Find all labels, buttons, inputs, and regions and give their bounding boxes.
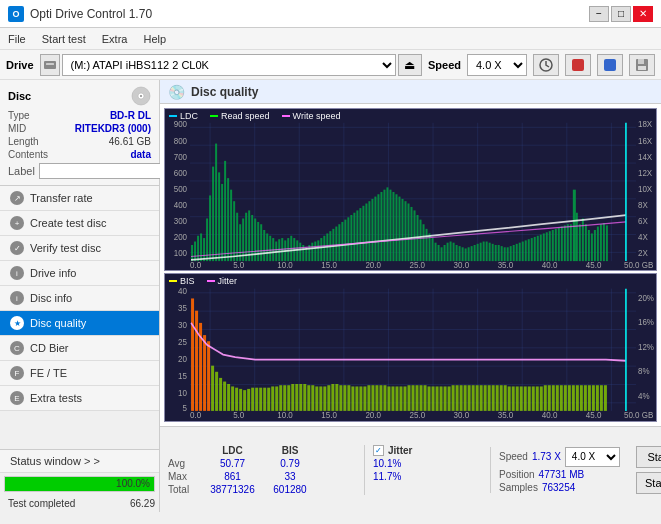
stats-bar: LDC BIS Avg 50.77 0.79 Max 861 33 Total xyxy=(160,426,661,512)
sidebar-item-label: FE / TE xyxy=(30,367,67,379)
svg-rect-140 xyxy=(486,242,488,262)
avg-label: Avg xyxy=(168,458,200,469)
start-part-button[interactable]: Start part xyxy=(636,472,661,494)
svg-rect-104 xyxy=(377,194,379,261)
svg-rect-291 xyxy=(524,387,527,411)
svg-rect-171 xyxy=(579,224,581,261)
drive-icon xyxy=(40,54,60,76)
sidebar-item-create-test-disc[interactable]: + Create test disc xyxy=(0,211,159,236)
svg-rect-165 xyxy=(561,227,563,262)
max-bis: 33 xyxy=(265,471,315,482)
svg-rect-142 xyxy=(492,244,494,261)
status-window-button[interactable]: Status window > > xyxy=(0,450,159,473)
svg-rect-86 xyxy=(323,236,325,261)
drive-select[interactable]: (M:) ATAPI iHBS112 2 CL0K xyxy=(62,54,396,76)
svg-rect-147 xyxy=(507,247,509,261)
toolbar-btn-3[interactable] xyxy=(597,54,623,76)
svg-rect-98 xyxy=(359,208,361,261)
svg-rect-113 xyxy=(404,201,406,261)
svg-rect-281 xyxy=(484,386,487,412)
start-full-button[interactable]: Start full xyxy=(636,446,661,468)
svg-rect-251 xyxy=(363,387,366,411)
svg-rect-306 xyxy=(584,386,587,412)
svg-text:600: 600 xyxy=(174,167,188,178)
svg-rect-3 xyxy=(572,59,584,71)
svg-text:16X: 16X xyxy=(638,135,652,146)
jitter-header-row: ✓ Jitter xyxy=(373,445,474,456)
speed-label: Speed xyxy=(428,59,461,71)
svg-rect-84 xyxy=(317,240,319,261)
sidebar-item-verify-test-disc[interactable]: ✓ Verify test disc xyxy=(0,236,159,261)
menu-start-test[interactable]: Start test xyxy=(34,28,94,49)
svg-rect-265 xyxy=(420,386,423,412)
svg-text:15.0: 15.0 xyxy=(321,410,337,421)
svg-rect-271 xyxy=(444,387,447,411)
extra-tests-icon: E xyxy=(10,391,24,405)
svg-rect-61 xyxy=(248,210,250,261)
disc-quality-header: 💿 Disc quality xyxy=(160,80,661,104)
toolbar-btn-1[interactable] xyxy=(533,54,559,76)
svg-text:20.0: 20.0 xyxy=(365,410,381,421)
svg-rect-308 xyxy=(592,386,595,412)
disc-label-input[interactable] xyxy=(39,163,172,179)
svg-rect-268 xyxy=(432,387,435,411)
sidebar-item-transfer-rate[interactable]: ↗ Transfer rate xyxy=(0,186,159,211)
svg-point-10 xyxy=(140,95,142,97)
sidebar-item-cd-bier[interactable]: C CD Bier xyxy=(0,336,159,361)
maximize-button[interactable]: □ xyxy=(611,6,631,22)
svg-text:30: 30 xyxy=(178,319,187,330)
menu-help[interactable]: Help xyxy=(135,28,174,49)
svg-text:0.0: 0.0 xyxy=(190,410,201,421)
svg-rect-212 xyxy=(207,342,210,412)
svg-rect-135 xyxy=(471,246,473,261)
drivebar: Drive (M:) ATAPI iHBS112 2 CL0K ⏏ Speed … xyxy=(0,50,661,80)
disc-contents-label: Contents xyxy=(8,149,48,160)
svg-rect-287 xyxy=(508,387,511,411)
sidebar-status: Status window > > 100.0% Test completed … xyxy=(0,449,159,512)
max-jitter: 11.7% xyxy=(373,471,474,482)
disc-info-icon: i xyxy=(10,291,24,305)
window-title: Opti Drive Control 1.70 xyxy=(30,7,152,21)
svg-rect-157 xyxy=(537,236,539,261)
minimize-button[interactable]: − xyxy=(589,6,609,22)
svg-rect-12 xyxy=(190,123,636,261)
sidebar-item-disc-info[interactable]: i Disc info xyxy=(0,286,159,311)
svg-rect-236 xyxy=(303,384,306,411)
chart-bis: BIS Jitter xyxy=(164,273,657,422)
menu-extra[interactable]: Extra xyxy=(94,28,136,49)
toolbar-btn-save[interactable] xyxy=(629,54,655,76)
disc-quality-title: Disc quality xyxy=(191,85,258,99)
jitter-checkbox[interactable]: ✓ xyxy=(373,445,384,456)
sidebar-item-fe-te[interactable]: F FE / TE xyxy=(0,361,159,386)
menu-file[interactable]: File xyxy=(0,28,34,49)
sidebar-item-label: Disc quality xyxy=(30,317,86,329)
svg-rect-83 xyxy=(314,242,316,262)
window-controls: − □ ✕ xyxy=(589,6,653,22)
sidebar: Disc Type BD-R DL MID RITEKDR3 (000) Len… xyxy=(0,80,160,512)
speed-select[interactable]: 4.0 X 8.0 X 16.0 X xyxy=(467,54,527,76)
svg-rect-82 xyxy=(311,243,313,261)
sidebar-item-drive-info[interactable]: i Drive info xyxy=(0,261,159,286)
svg-rect-56 xyxy=(233,201,235,261)
svg-rect-214 xyxy=(215,372,218,411)
svg-text:40.0: 40.0 xyxy=(542,410,558,421)
speed-dropdown[interactable]: 4.0 X 8.0 X xyxy=(565,447,620,467)
svg-rect-294 xyxy=(536,387,539,411)
toolbar-btn-2[interactable] xyxy=(565,54,591,76)
svg-rect-215 xyxy=(219,378,222,411)
svg-rect-225 xyxy=(259,388,262,411)
svg-rect-174 xyxy=(588,230,590,261)
svg-text:18X: 18X xyxy=(638,119,652,130)
eject-button[interactable]: ⏏ xyxy=(398,54,422,76)
svg-text:15: 15 xyxy=(178,371,187,382)
svg-rect-282 xyxy=(488,386,491,412)
svg-rect-302 xyxy=(568,386,571,412)
close-button[interactable]: ✕ xyxy=(633,6,653,22)
svg-rect-280 xyxy=(480,386,483,412)
svg-text:40: 40 xyxy=(178,285,187,296)
sidebar-item-extra-tests[interactable]: E Extra tests xyxy=(0,386,159,411)
chart1-svg: 900 800 700 600 500 400 300 200 100 18X … xyxy=(165,109,656,270)
sidebar-item-disc-quality[interactable]: ★ Disc quality xyxy=(0,311,159,336)
total-bis: 601280 xyxy=(265,484,315,495)
svg-rect-91 xyxy=(338,224,340,261)
